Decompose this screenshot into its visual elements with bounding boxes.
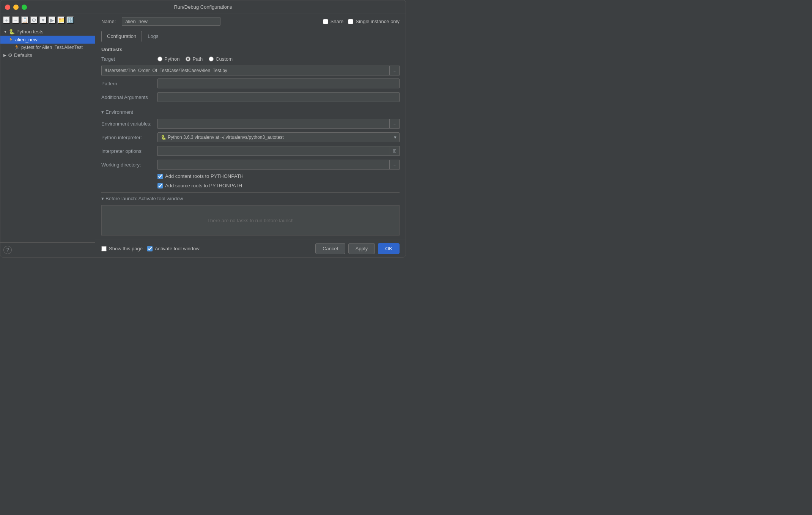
maximize-button[interactable] bbox=[22, 5, 27, 10]
activate-tool-window-checkbox[interactable] bbox=[147, 246, 153, 251]
share-checkbox-row: Share bbox=[323, 19, 344, 24]
tree-item-defaults[interactable]: ▶ ⚙ Defaults bbox=[0, 51, 95, 59]
name-label: Name: bbox=[101, 19, 116, 24]
interpreter-options-label: Interpreter options: bbox=[101, 148, 154, 154]
tree-item-alien-test[interactable]: 🏃 py.test for Alien_Test.AlienTest bbox=[0, 44, 95, 51]
main-layout: + − 📋 ⚙ ▾ ▶ 📁 🔢 ▼ 🐍 Python tests 🏃 alien… bbox=[0, 14, 406, 257]
run-button[interactable]: ▶ bbox=[48, 16, 56, 24]
run-icon: 🏃 bbox=[14, 45, 20, 50]
single-instance-label: Single instance only bbox=[356, 19, 400, 24]
section-title: Unittests bbox=[101, 47, 400, 52]
window-title: Run/Debug Configurations bbox=[174, 4, 232, 10]
show-page-label[interactable]: Show this page bbox=[101, 246, 143, 251]
header-right: Share Single instance only bbox=[323, 19, 400, 24]
radio-custom-label: Custom bbox=[216, 56, 233, 62]
add-source-roots-label[interactable]: Add source roots to PYTHONPATH bbox=[157, 183, 242, 188]
help-button[interactable]: ? bbox=[3, 246, 12, 254]
interpreter-options-input[interactable] bbox=[157, 146, 390, 156]
left-toolbar: + − 📋 ⚙ ▾ ▶ 📁 🔢 bbox=[0, 14, 95, 26]
python-interpreter-label: Python interpreter: bbox=[101, 135, 154, 140]
add-source-roots-text: Add source roots to PYTHONPATH bbox=[165, 183, 242, 188]
add-source-roots-checkbox[interactable] bbox=[157, 183, 163, 188]
tree-item-alien-new[interactable]: 🏃 alien_new bbox=[0, 36, 95, 44]
config-content: Unittests Target Python Path Custom bbox=[95, 42, 406, 240]
tree-item-python-tests[interactable]: ▼ 🐍 Python tests bbox=[0, 28, 95, 36]
window-controls[interactable] bbox=[5, 5, 27, 10]
path-input[interactable] bbox=[101, 66, 389, 75]
folder-button[interactable]: 📁 bbox=[57, 16, 65, 24]
tab-configuration[interactable]: Configuration bbox=[101, 31, 142, 42]
additional-args-label: Additional Arguments bbox=[101, 94, 154, 100]
left-panel: + − 📋 ⚙ ▾ ▶ 📁 🔢 ▼ 🐍 Python tests 🏃 alien… bbox=[0, 14, 95, 257]
activate-tool-window-label[interactable]: Activate tool window bbox=[147, 246, 200, 251]
interpreter-options-browse-button[interactable]: ⊞ bbox=[390, 146, 400, 156]
left-bottom: ? bbox=[0, 242, 95, 257]
working-dir-browse-button[interactable]: … bbox=[389, 160, 400, 170]
env-vars-input-group: … bbox=[157, 119, 400, 129]
working-dir-label: Working directory: bbox=[101, 162, 154, 168]
env-vars-row: Environment variables: … bbox=[101, 119, 400, 129]
cancel-button[interactable]: Cancel bbox=[315, 243, 345, 254]
radio-path-label: Path bbox=[192, 56, 203, 62]
interpreter-options-row: Interpreter options: ⊞ bbox=[101, 146, 400, 156]
before-launch-section: ▾ Before launch: Activate tool window Th… bbox=[101, 196, 400, 240]
add-config-button[interactable]: + bbox=[3, 16, 10, 24]
name-input[interactable] bbox=[122, 17, 220, 26]
arrow-down-button[interactable]: ▾ bbox=[39, 16, 47, 24]
run-icon: 🏃 bbox=[8, 37, 14, 42]
before-launch-label: Before launch: Activate tool window bbox=[105, 196, 183, 201]
radio-python[interactable]: Python bbox=[157, 56, 179, 62]
env-vars-label: Environment variables: bbox=[101, 121, 154, 127]
add-content-roots-label[interactable]: Add content roots to PYTHONPATH bbox=[157, 173, 244, 179]
python-tests-icon: 🐍 bbox=[9, 29, 15, 35]
tree-item-label: Python tests bbox=[16, 29, 44, 35]
apply-button[interactable]: Apply bbox=[348, 243, 375, 254]
share-label: Share bbox=[330, 19, 344, 24]
add-content-roots-checkbox[interactable] bbox=[157, 174, 163, 179]
bottom-buttons: Cancel Apply OK bbox=[315, 243, 400, 254]
share-checkbox[interactable] bbox=[323, 19, 328, 24]
path-browse-button[interactable]: … bbox=[389, 66, 400, 75]
tabs-row: Configuration Logs bbox=[95, 29, 406, 42]
single-instance-checkbox-row: Single instance only bbox=[348, 19, 400, 24]
chevron-down-icon: ▾ bbox=[101, 109, 104, 115]
radio-path[interactable]: Path bbox=[186, 56, 203, 62]
path-row: … bbox=[101, 66, 400, 75]
chevron-down-icon: ▾ bbox=[101, 196, 104, 201]
python-interpreter-select[interactable]: 🐍 Python 3.6.3 virtualenv at ~/.virtuale… bbox=[157, 132, 400, 142]
env-vars-input[interactable] bbox=[157, 119, 389, 129]
right-header: Name: Share Single instance only bbox=[95, 14, 406, 29]
additional-args-row: Additional Arguments bbox=[101, 92, 400, 102]
working-dir-input-group: … bbox=[157, 160, 400, 170]
target-label: Target bbox=[101, 56, 154, 62]
sort-button[interactable]: 🔢 bbox=[66, 16, 74, 24]
pattern-input[interactable] bbox=[157, 79, 400, 88]
activate-tool-window-text: Activate tool window bbox=[155, 246, 200, 251]
target-radio-group: Python Path Custom bbox=[157, 56, 233, 62]
single-instance-checkbox[interactable] bbox=[348, 19, 353, 24]
tab-logs[interactable]: Logs bbox=[142, 31, 164, 42]
copy-config-button[interactable]: 📋 bbox=[21, 16, 28, 24]
environment-header[interactable]: ▾ Environment bbox=[101, 109, 400, 115]
show-page-row: Show this page Activate tool window bbox=[101, 246, 311, 251]
minimize-button[interactable] bbox=[13, 5, 19, 10]
radio-custom[interactable]: Custom bbox=[209, 56, 233, 62]
before-launch-header[interactable]: ▾ Before launch: Activate tool window bbox=[101, 196, 400, 201]
tree-item-label: alien_new bbox=[15, 37, 38, 42]
right-panel: Name: Share Single instance only Configu… bbox=[95, 14, 406, 257]
environment-label: Environment bbox=[105, 109, 133, 115]
working-dir-input[interactable] bbox=[157, 160, 389, 170]
show-page-checkbox[interactable] bbox=[101, 246, 107, 251]
radio-python-label: Python bbox=[164, 56, 179, 62]
close-button[interactable] bbox=[5, 5, 10, 10]
settings-button[interactable]: ⚙ bbox=[30, 16, 38, 24]
remove-config-button[interactable]: − bbox=[12, 16, 19, 24]
python-interpreter-dropdown-wrapper: 🐍 Python 3.6.3 virtualenv at ~/.virtuale… bbox=[157, 132, 400, 142]
ok-button[interactable]: OK bbox=[378, 243, 400, 254]
tree-area: ▼ 🐍 Python tests 🏃 alien_new 🏃 py.test f… bbox=[0, 26, 95, 242]
title-bar: Run/Debug Configurations bbox=[0, 0, 406, 14]
env-vars-browse-button[interactable]: … bbox=[389, 119, 400, 129]
bottom-row: Show this page Activate tool window Canc… bbox=[95, 240, 406, 257]
additional-args-input[interactable] bbox=[157, 92, 400, 102]
show-page-text: Show this page bbox=[109, 246, 143, 251]
